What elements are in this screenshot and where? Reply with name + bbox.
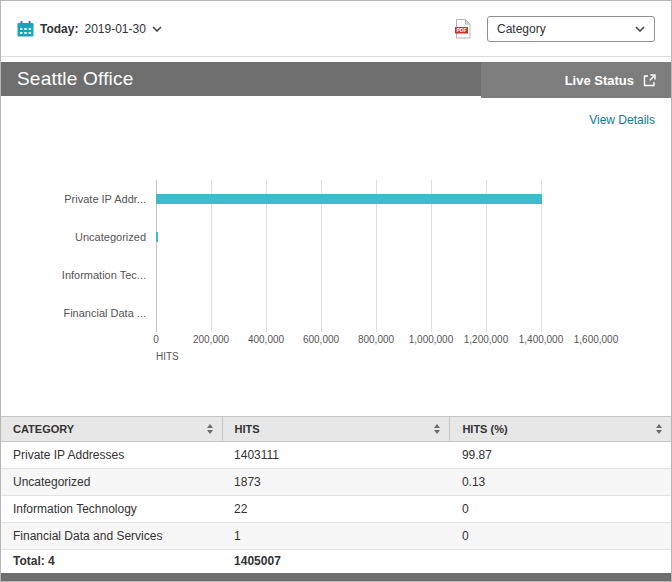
- chart-bar-area: [156, 232, 596, 242]
- sort-down-arrow: [207, 430, 213, 434]
- total-empty-cell: [450, 550, 671, 572]
- top-toolbar: Today: 2019-01-30 PDF Category: [1, 1, 671, 57]
- category-select[interactable]: Category: [487, 16, 655, 42]
- report-header-right: Live Status: [481, 62, 671, 98]
- table-row: Financial Data and Services10: [1, 523, 671, 550]
- tick-label: 1,200,000: [464, 334, 509, 345]
- category-select-value: Category: [497, 22, 546, 36]
- column-header[interactable]: HITS: [222, 417, 450, 442]
- date-value: 2019-01-30: [84, 22, 145, 36]
- calendar-icon: [17, 21, 34, 37]
- chart-bar-area: [156, 194, 596, 204]
- chart-rows: Private IP Addr...UncategorizedInformati…: [17, 180, 655, 332]
- tick-label: 0: [153, 334, 159, 345]
- chart-category-label: Financial Data ...: [17, 307, 156, 319]
- column-header-label: CATEGORY: [13, 423, 74, 435]
- live-status-link[interactable]: Live Status: [565, 73, 634, 88]
- chart-bar[interactable]: [156, 232, 158, 242]
- chevron-down-icon: [635, 26, 645, 32]
- sort-down-arrow: [656, 430, 662, 434]
- chart-bar-area: [156, 270, 596, 280]
- column-header-label: HITS: [235, 423, 260, 435]
- table-row: Uncategorized18730.13: [1, 469, 671, 496]
- table-cell: 0: [450, 496, 671, 523]
- table-cell: 1403111: [222, 442, 450, 469]
- chart-ticks: 0200,000400,000600,000800,0001,000,0001,…: [156, 334, 596, 348]
- svg-text:PDF: PDF: [457, 27, 467, 33]
- view-details-row: View Details: [1, 98, 671, 128]
- chart-row: Financial Data ...: [17, 294, 655, 332]
- tick-label: 1,400,000: [519, 334, 564, 345]
- table-cell: Financial Data and Services: [1, 523, 222, 550]
- tick-label: 200,000: [193, 334, 229, 345]
- page-title: Seattle Office: [17, 68, 134, 90]
- external-link-icon[interactable]: [642, 73, 657, 88]
- today-label: Today:: [40, 22, 78, 36]
- view-details-link[interactable]: View Details: [589, 113, 655, 127]
- tick-label: 800,000: [358, 334, 394, 345]
- chart-row: Information Tec...: [17, 256, 655, 294]
- chevron-down-icon: [152, 26, 162, 32]
- table-body: Private IP Addresses140311199.87Uncatego…: [1, 442, 671, 550]
- column-header[interactable]: CATEGORY: [1, 417, 222, 442]
- table-cell: 1873: [222, 469, 450, 496]
- chart-panel: View Details Private IP Addr...Uncategor…: [1, 98, 671, 416]
- chart-category-label: Information Tec...: [17, 269, 156, 281]
- sort-icon[interactable]: [656, 424, 662, 434]
- table-cell: 0: [450, 523, 671, 550]
- chart-row: Uncategorized: [17, 218, 655, 256]
- table-header-row: CATEGORYHITSHITS (%): [1, 417, 671, 442]
- chart-category-label: Private IP Addr...: [17, 193, 156, 205]
- table-cell: Uncategorized: [1, 469, 222, 496]
- sort-icon[interactable]: [434, 424, 440, 434]
- table-cell: Private IP Addresses: [1, 442, 222, 469]
- date-range-control[interactable]: Today: 2019-01-30: [17, 21, 162, 37]
- chart-bar[interactable]: [156, 194, 542, 204]
- sort-down-arrow: [434, 430, 440, 434]
- category-bar-chart: Private IP Addr...UncategorizedInformati…: [17, 180, 655, 362]
- sort-icon[interactable]: [207, 424, 213, 434]
- chart-plot: Private IP Addr...UncategorizedInformati…: [17, 180, 655, 332]
- table-total-row: Total: 4 1405007: [1, 550, 671, 572]
- tick-label: 400,000: [248, 334, 284, 345]
- total-hits: 1405007: [222, 550, 450, 572]
- table-cell: Information Technology: [1, 496, 222, 523]
- sort-up-arrow: [656, 424, 662, 428]
- chart-bar-area: [156, 308, 596, 318]
- dashboard-screen: Today: 2019-01-30 PDF Category Seattle O…: [0, 0, 672, 582]
- tick-label: 600,000: [303, 334, 339, 345]
- report-header-left: Seattle Office: [1, 62, 481, 98]
- pdf-export-icon: PDF: [455, 19, 471, 39]
- total-label: Total: 4: [1, 550, 222, 572]
- chart-xaxis-label: HITS: [156, 351, 655, 362]
- table-cell: 1: [222, 523, 450, 550]
- column-header[interactable]: HITS (%): [450, 417, 671, 442]
- tick-label: 1,600,000: [574, 334, 619, 345]
- table-cell: 22: [222, 496, 450, 523]
- report-header: Seattle Office Live Status: [1, 62, 671, 98]
- table-cell: 99.87: [450, 442, 671, 469]
- next-section-bar: [1, 573, 671, 582]
- category-table: CATEGORYHITSHITS (%) Private IP Addresse…: [1, 416, 671, 572]
- chart-row: Private IP Addr...: [17, 180, 655, 218]
- chart-category-label: Uncategorized: [17, 231, 156, 243]
- sort-up-arrow: [207, 424, 213, 428]
- table-row: Private IP Addresses140311199.87: [1, 442, 671, 469]
- table-row: Information Technology220: [1, 496, 671, 523]
- table-cell: 0.13: [450, 469, 671, 496]
- column-header-label: HITS (%): [462, 423, 507, 435]
- export-pdf-button[interactable]: PDF: [455, 19, 471, 39]
- sort-up-arrow: [434, 424, 440, 428]
- tick-label: 1,000,000: [409, 334, 454, 345]
